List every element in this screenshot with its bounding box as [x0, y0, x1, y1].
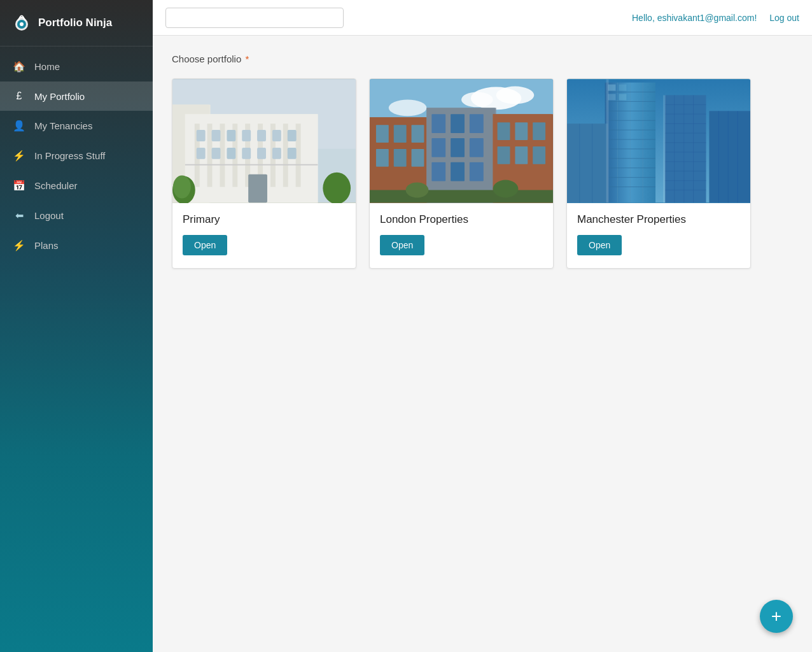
card-image-manchester [567, 79, 750, 203]
svg-rect-21 [242, 130, 251, 141]
sidebar-label-portfolio: My Portfolio [34, 91, 85, 102]
svg-point-72 [493, 180, 519, 198]
svg-rect-111 [567, 124, 608, 202]
card-body-london: London Properties Open [370, 203, 553, 268]
svg-rect-18 [197, 130, 206, 141]
logout-icon: ⬅ [13, 209, 25, 222]
svg-rect-16 [283, 124, 288, 187]
svg-rect-45 [376, 125, 389, 143]
svg-rect-25 [197, 148, 206, 159]
sidebar-label-home: Home [34, 61, 60, 72]
open-button-london[interactable]: Open [380, 235, 424, 255]
svg-point-42 [389, 99, 427, 116]
open-button-manchester[interactable]: Open [577, 235, 622, 255]
svg-rect-70 [370, 190, 553, 202]
add-portfolio-fab[interactable]: + [760, 600, 793, 633]
svg-rect-47 [412, 125, 424, 143]
scheduler-icon: 📅 [13, 180, 25, 192]
sidebar-item-my-tenancies[interactable]: 👤 My Tenancies [0, 111, 153, 141]
svg-rect-50 [412, 149, 424, 167]
svg-rect-24 [288, 130, 297, 141]
svg-rect-93 [665, 96, 706, 203]
svg-rect-66 [533, 122, 545, 140]
svg-rect-49 [394, 149, 407, 167]
svg-rect-69 [533, 146, 545, 164]
svg-rect-26 [212, 148, 221, 159]
svg-rect-92 [619, 94, 626, 101]
portfolio-card-manchester: Manchester Properties Open [566, 78, 751, 269]
header: Hello, eshivakant1@gmail.com! Log out [153, 0, 812, 36]
progress-icon: ⚡ [13, 150, 25, 162]
svg-rect-114 [606, 80, 609, 203]
sidebar-nav: 🏠 Home £ My Portfolio 👤 My Tenancies ⚡ I… [0, 46, 153, 266]
sidebar-label-progress: In Progress Stuff [34, 150, 105, 161]
header-search-container [165, 8, 344, 28]
svg-rect-56 [431, 138, 445, 157]
sidebar-label-logout: Logout [34, 210, 64, 221]
sidebar-item-scheduler[interactable]: 📅 Scheduler [0, 171, 153, 201]
header-right: Hello, eshivakant1@gmail.com! Log out [632, 13, 799, 23]
svg-rect-55 [470, 114, 484, 133]
svg-rect-29 [257, 148, 266, 159]
content-area: Choose portfolio * [153, 36, 812, 652]
app-name: Portfolio Ninja [38, 17, 112, 29]
choose-portfolio-label: Choose portfolio * [172, 53, 793, 64]
fab-icon: + [771, 606, 781, 627]
svg-rect-57 [451, 138, 465, 157]
svg-rect-19 [212, 130, 221, 141]
search-input[interactable] [165, 8, 344, 28]
svg-rect-10 [207, 124, 213, 187]
svg-rect-27 [227, 148, 235, 159]
svg-rect-64 [498, 122, 510, 140]
svg-point-2 [20, 22, 24, 26]
svg-rect-90 [619, 85, 626, 91]
sidebar-item-in-progress[interactable]: ⚡ In Progress Stuff [0, 141, 153, 171]
svg-rect-91 [608, 94, 616, 101]
portfolio-card-primary: Primary Open [172, 78, 356, 269]
svg-rect-65 [515, 122, 528, 140]
sidebar-label-tenancies: My Tenancies [34, 120, 92, 131]
svg-rect-17 [296, 124, 301, 187]
svg-rect-59 [431, 162, 445, 181]
svg-rect-58 [470, 138, 484, 157]
svg-rect-60 [451, 162, 465, 181]
svg-point-71 [406, 183, 429, 198]
card-image-london [370, 79, 553, 203]
user-greeting: Hello, eshivakant1@gmail.com! [632, 13, 757, 23]
card-title-manchester: Manchester Properties [577, 213, 740, 226]
svg-rect-68 [515, 146, 528, 164]
svg-rect-61 [470, 162, 484, 181]
sidebar: Portfolio Ninja 🏠 Home £ My Portfolio 👤 … [0, 0, 153, 652]
svg-rect-115 [663, 96, 666, 203]
svg-rect-31 [288, 148, 297, 159]
svg-rect-53 [431, 114, 445, 133]
sidebar-item-logout[interactable]: ⬅ Logout [0, 201, 153, 230]
svg-rect-67 [498, 146, 510, 164]
card-title-london: London Properties [380, 213, 543, 226]
sidebar-item-home[interactable]: 🏠 Home [0, 52, 153, 82]
svg-rect-32 [248, 174, 267, 203]
logout-link[interactable]: Log out [769, 13, 799, 23]
portfolio-grid: Primary Open [172, 78, 793, 269]
main-content: Hello, eshivakant1@gmail.com! Log out Ch… [153, 0, 812, 652]
sidebar-item-plans[interactable]: ⚡ Plans [0, 230, 153, 260]
svg-rect-28 [242, 148, 251, 159]
sidebar-label-plans: Plans [34, 240, 59, 251]
svg-rect-107 [709, 111, 750, 202]
tenancies-icon: 👤 [13, 120, 25, 132]
sidebar-label-scheduler: Scheduler [34, 180, 78, 191]
svg-rect-11 [220, 124, 225, 187]
svg-rect-20 [227, 130, 235, 141]
svg-point-35 [323, 173, 351, 203]
open-button-primary[interactable]: Open [183, 235, 227, 255]
card-title-primary: Primary [183, 213, 346, 226]
svg-point-41 [461, 92, 493, 108]
svg-rect-46 [394, 125, 407, 143]
svg-point-34 [173, 176, 191, 199]
svg-rect-30 [272, 148, 281, 159]
sidebar-item-my-portfolio[interactable]: £ My Portfolio [0, 82, 153, 111]
svg-rect-54 [451, 114, 465, 133]
svg-rect-48 [376, 149, 389, 167]
card-body-manchester: Manchester Properties Open [567, 203, 750, 268]
svg-rect-23 [272, 130, 281, 141]
